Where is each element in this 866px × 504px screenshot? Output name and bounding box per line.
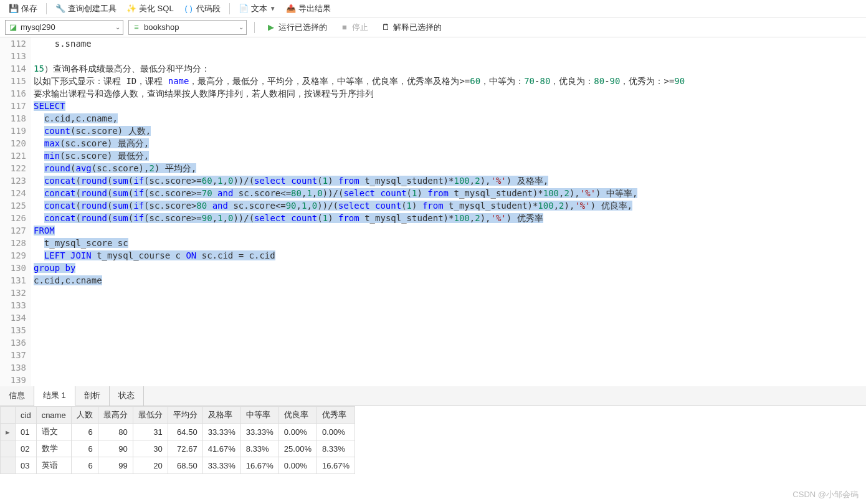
code-line[interactable]: [34, 361, 866, 374]
cell[interactable]: 80: [98, 424, 133, 440]
cell[interactable]: 6: [71, 440, 98, 457]
cell[interactable]: 0.00%: [278, 457, 316, 474]
column-header[interactable]: 最低分: [133, 407, 168, 424]
cell[interactable]: 01: [16, 424, 37, 440]
code-line[interactable]: 以如下形式显示：课程 ID，课程 name，最高分，最低分，平均分，及格率，中等…: [34, 75, 866, 87]
code-line[interactable]: [34, 374, 866, 386]
code-line[interactable]: [34, 324, 866, 336]
beautify-button[interactable]: ✨ 美化 SQL: [123, 2, 178, 16]
code-line[interactable]: [34, 311, 866, 324]
cell[interactable]: 6: [71, 457, 98, 474]
cell[interactable]: 64.50: [168, 424, 202, 440]
code-line[interactable]: c.cid,c.cname,: [34, 112, 866, 125]
column-header[interactable]: 优秀率: [316, 407, 354, 424]
line-number: 118: [5, 112, 26, 125]
code-line[interactable]: c.cid,c.cname: [34, 274, 866, 287]
cell[interactable]: 20: [133, 457, 168, 474]
code-line[interactable]: [34, 349, 866, 361]
column-header[interactable]: cname: [36, 407, 71, 424]
code-line[interactable]: group by: [34, 262, 866, 274]
save-button[interactable]: 💾 保存: [5, 2, 41, 16]
table-row[interactable]: 03英语6992068.5033.33%16.67%0.00%16.67%: [1, 457, 355, 474]
cell[interactable]: 16.67%: [240, 457, 278, 474]
code-line[interactable]: count(sc.score) 人数,: [34, 125, 866, 137]
cell[interactable]: 90: [98, 440, 133, 457]
line-number: 128: [5, 237, 26, 249]
connection-select[interactable]: ◪ mysql290 ⌄: [5, 20, 123, 35]
tab-profile[interactable]: 剖析: [75, 386, 110, 406]
line-number: 132: [5, 287, 26, 299]
cell[interactable]: 0.00%: [278, 424, 316, 440]
code-line[interactable]: 15）查询各科成绩最高分、最低分和平均分：: [34, 62, 866, 75]
code-line[interactable]: concat(round(sum(if(sc.score>80 and sc.s…: [34, 199, 866, 212]
run-button[interactable]: ▶ 运行已选择的: [262, 21, 331, 34]
code-line[interactable]: [34, 50, 866, 62]
code-line[interactable]: [34, 299, 866, 311]
cell[interactable]: 41.67%: [202, 440, 240, 457]
code-line[interactable]: max(sc.score) 最高分,: [34, 137, 866, 150]
cell[interactable]: 25.00%: [278, 440, 316, 457]
tab-result[interactable]: 结果 1: [34, 386, 75, 406]
export-button[interactable]: 📤 导出结果: [282, 2, 335, 16]
row-marker: ▸: [1, 424, 16, 440]
tab-status[interactable]: 状态: [110, 386, 144, 406]
save-icon: 💾: [9, 4, 19, 14]
result-grid[interactable]: cidcname人数最高分最低分平均分及格率中等率优良率优秀率▸01语文6803…: [0, 406, 355, 474]
sql-editor[interactable]: 1121131141151161171181191201211221231241…: [0, 37, 866, 386]
column-header[interactable]: 最高分: [98, 407, 133, 424]
query-tool-button[interactable]: 🔧 查询创建工具: [52, 2, 120, 16]
line-number: 123: [5, 174, 26, 187]
cell[interactable]: 8.33%: [316, 440, 354, 457]
table-row[interactable]: 02数学6903072.6741.67%8.33%25.00%8.33%: [1, 440, 355, 457]
code-line[interactable]: concat(round(sum(if(sc.score>=60,1,0))/(…: [34, 174, 866, 187]
snippet-label: 代码段: [196, 3, 221, 14]
column-header[interactable]: 人数: [71, 407, 98, 424]
code-line[interactable]: round(avg(sc.score),2) 平均分,: [34, 162, 866, 174]
cell[interactable]: 英语: [36, 457, 71, 474]
code-line[interactable]: FROM: [34, 224, 866, 237]
snippet-button[interactable]: ( ) 代码段: [180, 2, 224, 16]
cell[interactable]: 33.33%: [202, 457, 240, 474]
explain-button[interactable]: 🗒 解释已选择的: [377, 21, 445, 34]
separator: [229, 3, 230, 14]
cell[interactable]: 33.33%: [240, 424, 278, 440]
code-line[interactable]: LEFT JOIN t_mysql_course c ON sc.cid = c…: [34, 249, 866, 262]
cell[interactable]: 数学: [36, 440, 71, 457]
separator: [254, 22, 255, 33]
code-line[interactable]: s.sname: [34, 37, 866, 50]
code-line[interactable]: 要求输出课程号和选修人数，查询结果按人数降序排列，若人数相同，按课程号升序排列: [34, 87, 866, 100]
separator: [46, 3, 47, 14]
code-line[interactable]: t_mysql_score sc: [34, 237, 866, 249]
cell[interactable]: 31: [133, 424, 168, 440]
code-line[interactable]: concat(round(sum(if(sc.score>=70 and sc.…: [34, 187, 866, 199]
database-select[interactable]: ≡ bookshop ⌄: [128, 20, 247, 35]
cell[interactable]: 30: [133, 440, 168, 457]
database-icon: ≡: [131, 22, 141, 32]
text-button[interactable]: 📄 文本 ▼: [235, 2, 280, 16]
code-line[interactable]: [34, 336, 866, 349]
cell[interactable]: 0.00%: [316, 424, 354, 440]
column-header[interactable]: 及格率: [202, 407, 240, 424]
cell[interactable]: 语文: [36, 424, 71, 440]
column-header[interactable]: 优良率: [278, 407, 316, 424]
cell[interactable]: 16.67%: [316, 457, 354, 474]
tab-info[interactable]: 信息: [0, 386, 34, 406]
cell[interactable]: 99: [98, 457, 133, 474]
cell[interactable]: 68.50: [168, 457, 202, 474]
cell[interactable]: 72.67: [168, 440, 202, 457]
cell[interactable]: 6: [71, 424, 98, 440]
code-line[interactable]: [34, 287, 866, 299]
cell[interactable]: 02: [16, 440, 37, 457]
code-line[interactable]: SELECT: [34, 100, 866, 112]
code-line[interactable]: min(sc.score) 最低分,: [34, 150, 866, 162]
column-header[interactable]: 平均分: [168, 407, 202, 424]
cell[interactable]: 8.33%: [240, 440, 278, 457]
column-header[interactable]: 中等率: [240, 407, 278, 424]
code-line[interactable]: concat(round(sum(if(sc.score>=90,1,0))/(…: [34, 212, 866, 224]
table-row[interactable]: ▸01语文6803164.5033.33%33.33%0.00%0.00%: [1, 424, 355, 440]
column-header[interactable]: cid: [16, 407, 37, 424]
stop-label: 停止: [352, 22, 368, 33]
code-area[interactable]: s.sname15）查询各科成绩最高分、最低分和平均分：以如下形式显示：课程 I…: [31, 37, 866, 386]
cell[interactable]: 03: [16, 457, 37, 474]
cell[interactable]: 33.33%: [202, 424, 240, 440]
